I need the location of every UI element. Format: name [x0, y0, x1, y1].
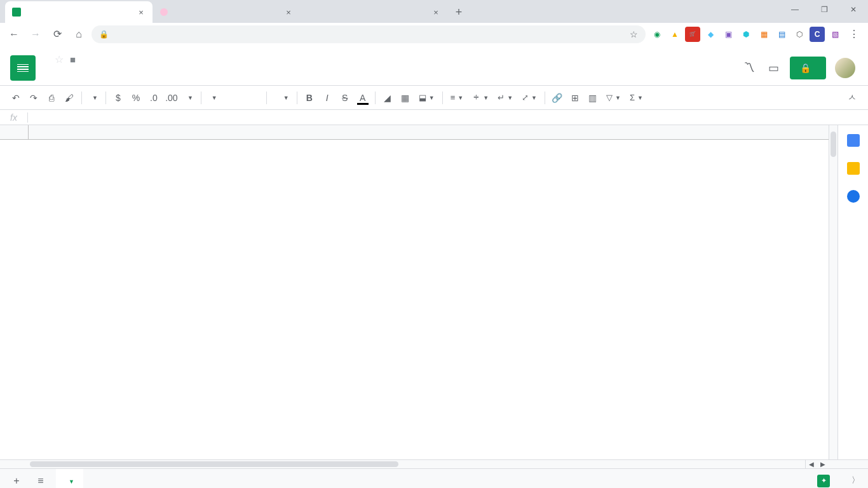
reload-button[interactable]: ⟳: [48, 25, 66, 43]
explore-button[interactable]: ✦: [810, 475, 843, 487]
folder-icon[interactable]: ■: [70, 54, 76, 65]
comment-button[interactable]: ⊞: [567, 90, 583, 106]
print-button[interactable]: ⎙: [43, 90, 60, 106]
browser-tab[interactable]: ×: [153, 1, 300, 23]
scroll-thumb[interactable]: [30, 461, 398, 467]
back-button[interactable]: ←: [5, 25, 23, 43]
new-tab-button[interactable]: +: [450, 3, 468, 21]
extension-icon[interactable]: 🛒: [685, 27, 700, 42]
filter-button[interactable]: ▽▼: [602, 93, 625, 102]
percent-button[interactable]: %: [128, 90, 144, 106]
wrap-button[interactable]: ↵▼: [494, 93, 517, 102]
close-icon[interactable]: ×: [136, 7, 146, 17]
menu-help[interactable]: [122, 74, 131, 79]
scroll-thumb[interactable]: [831, 132, 836, 157]
keep-icon[interactable]: [847, 162, 860, 175]
extension-icon[interactable]: ▲: [667, 27, 682, 42]
all-sheets-button[interactable]: ≡: [32, 472, 50, 489]
fandom-favicon: [159, 7, 169, 17]
browser-tab[interactable]: ×: [5, 1, 153, 23]
extension-icon[interactable]: ◉: [649, 27, 665, 42]
menubar: [41, 69, 742, 85]
star-icon[interactable]: ☆: [630, 29, 638, 39]
select-all-corner[interactable]: [0, 125, 29, 140]
extension-icon[interactable]: ▧: [827, 27, 843, 42]
close-icon[interactable]: ×: [283, 7, 294, 17]
browser-chrome: × × × + — ❐ ✕ ← → ⟳ ⌂ 🔒 ☆ ◉ ▲: [0, 0, 868, 45]
window-controls: — ❐ ✕: [780, 0, 868, 19]
fx-label: fx: [0, 112, 28, 123]
scroll-left-icon[interactable]: ◀: [806, 460, 817, 468]
italic-button[interactable]: I: [319, 90, 336, 106]
font-select[interactable]: ▼: [205, 95, 262, 101]
omnibox[interactable]: 🔒 ☆: [92, 25, 646, 43]
scroll-right-icon[interactable]: ▶: [817, 460, 829, 468]
close-window-button[interactable]: ✕: [839, 0, 868, 19]
link-button[interactable]: 🔗: [549, 90, 566, 106]
star-icon[interactable]: ☆: [55, 53, 64, 65]
menu-insert[interactable]: [71, 74, 80, 79]
add-sheet-button[interactable]: +: [8, 472, 25, 489]
menu-tools[interactable]: [102, 74, 111, 79]
doc-title[interactable]: [41, 58, 48, 61]
extension-icon[interactable]: ▦: [756, 27, 771, 42]
currency-button[interactable]: $: [110, 90, 126, 106]
text-color-button[interactable]: A: [355, 90, 371, 106]
merge-button[interactable]: ⬓▼: [415, 93, 438, 102]
increase-decimal-button[interactable]: .00: [163, 90, 180, 106]
menu-addons[interactable]: [112, 74, 121, 79]
extension-icon[interactable]: ▤: [774, 27, 789, 42]
extension-icon[interactable]: ◆: [703, 27, 718, 42]
avatar[interactable]: [835, 58, 855, 78]
undo-button[interactable]: ↶: [8, 90, 24, 106]
close-icon[interactable]: ×: [431, 7, 441, 17]
chart-button[interactable]: ▥: [585, 90, 601, 106]
activity-icon[interactable]: 〽: [742, 60, 757, 76]
redo-button[interactable]: ↷: [25, 90, 42, 106]
menu-edit[interactable]: [51, 74, 60, 79]
menu-file[interactable]: [41, 74, 50, 79]
maximize-button[interactable]: ❐: [810, 0, 839, 19]
extension-icon[interactable]: ⬢: [738, 27, 754, 42]
side-panel-toggle[interactable]: 〉: [848, 473, 863, 488]
paint-format-button[interactable]: 🖌: [61, 90, 78, 106]
menu-format[interactable]: [81, 74, 90, 79]
fill-color-button[interactable]: ◢: [379, 90, 396, 106]
number-format-select[interactable]: ▼: [181, 95, 197, 101]
valign-button[interactable]: ⫩▼: [468, 93, 492, 102]
decrease-decimal-button[interactable]: .0: [146, 90, 162, 106]
extension-icon[interactable]: C: [810, 27, 825, 42]
chevron-down-icon[interactable]: ▼: [69, 478, 74, 485]
collapse-toolbar-button[interactable]: ㅅ: [844, 90, 860, 106]
browser-tab[interactable]: ×: [300, 1, 447, 23]
calendar-icon[interactable]: [847, 134, 860, 147]
zoom-select[interactable]: ▼: [86, 95, 102, 101]
share-button[interactable]: 🔒: [790, 57, 826, 79]
strike-button[interactable]: S: [337, 90, 353, 106]
bold-button[interactable]: B: [301, 90, 318, 106]
menu-view[interactable]: [61, 74, 70, 79]
tasks-icon[interactable]: [847, 190, 860, 203]
functions-button[interactable]: Σ▼: [626, 93, 647, 102]
chrome-menu-button[interactable]: ⋮: [845, 25, 863, 43]
sheets-app: ☆ ■ 〽 ▭ 🔒: [0, 45, 868, 488]
menu-data[interactable]: [92, 74, 100, 79]
font-size-select[interactable]: ▼: [271, 95, 293, 101]
extension-icon[interactable]: ⬡: [792, 27, 807, 42]
sheets-logo[interactable]: [10, 55, 36, 81]
borders-button[interactable]: ▦: [397, 90, 414, 106]
grid-main: [0, 125, 829, 459]
rotate-button[interactable]: ⤢▼: [518, 93, 541, 102]
vertical-scrollbar[interactable]: [829, 125, 837, 459]
home-button[interactable]: ⌂: [70, 25, 88, 43]
save-status[interactable]: [137, 74, 146, 79]
extension-icon[interactable]: ▣: [721, 27, 736, 42]
minimize-button[interactable]: —: [780, 0, 810, 19]
halign-button[interactable]: ≡▼: [447, 93, 468, 102]
forward-button[interactable]: →: [27, 25, 44, 43]
comments-icon[interactable]: ▭: [766, 60, 781, 76]
formula-bar: fx: [0, 110, 868, 125]
sheet-tab[interactable]: ▼: [56, 469, 83, 489]
horizontal-scrollbar[interactable]: ◀ ▶: [0, 459, 868, 468]
sheet-tabs-bar: + ≡ ▼ ✦ 〉: [0, 468, 868, 488]
